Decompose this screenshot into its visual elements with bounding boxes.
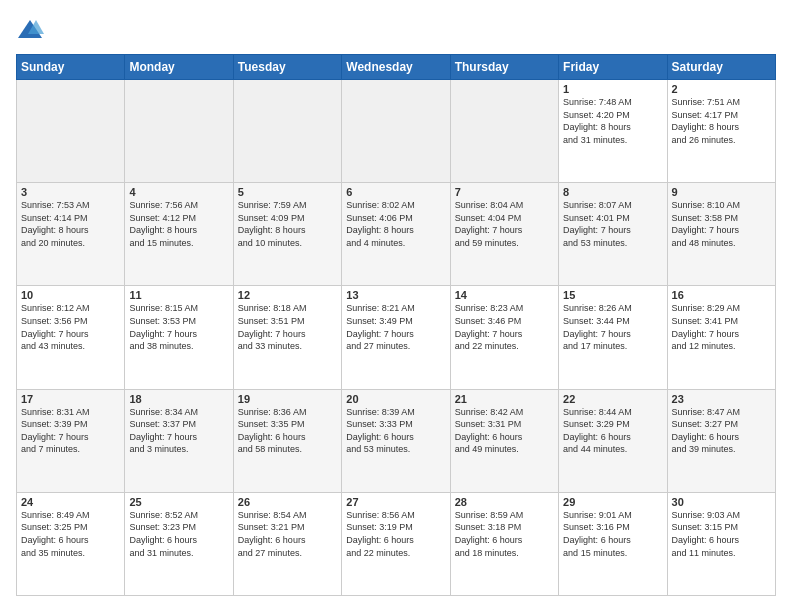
calendar-cell: 20Sunrise: 8:39 AM Sunset: 3:33 PM Dayli… xyxy=(342,389,450,492)
day-number: 24 xyxy=(21,496,120,508)
calendar-cell: 21Sunrise: 8:42 AM Sunset: 3:31 PM Dayli… xyxy=(450,389,558,492)
calendar-cell: 23Sunrise: 8:47 AM Sunset: 3:27 PM Dayli… xyxy=(667,389,775,492)
day-info: Sunrise: 8:15 AM Sunset: 3:53 PM Dayligh… xyxy=(129,302,228,352)
calendar-week-row: 10Sunrise: 8:12 AM Sunset: 3:56 PM Dayli… xyxy=(17,286,776,389)
calendar-cell: 7Sunrise: 8:04 AM Sunset: 4:04 PM Daylig… xyxy=(450,183,558,286)
col-monday: Monday xyxy=(125,55,233,80)
calendar-cell: 12Sunrise: 8:18 AM Sunset: 3:51 PM Dayli… xyxy=(233,286,341,389)
col-sunday: Sunday xyxy=(17,55,125,80)
calendar-week-row: 3Sunrise: 7:53 AM Sunset: 4:14 PM Daylig… xyxy=(17,183,776,286)
col-wednesday: Wednesday xyxy=(342,55,450,80)
calendar-cell: 22Sunrise: 8:44 AM Sunset: 3:29 PM Dayli… xyxy=(559,389,667,492)
day-number: 1 xyxy=(563,83,662,95)
calendar-cell xyxy=(450,80,558,183)
day-info: Sunrise: 8:23 AM Sunset: 3:46 PM Dayligh… xyxy=(455,302,554,352)
calendar-cell: 18Sunrise: 8:34 AM Sunset: 3:37 PM Dayli… xyxy=(125,389,233,492)
day-info: Sunrise: 8:10 AM Sunset: 3:58 PM Dayligh… xyxy=(672,199,771,249)
calendar-cell: 24Sunrise: 8:49 AM Sunset: 3:25 PM Dayli… xyxy=(17,492,125,595)
calendar-week-row: 1Sunrise: 7:48 AM Sunset: 4:20 PM Daylig… xyxy=(17,80,776,183)
day-number: 30 xyxy=(672,496,771,508)
day-info: Sunrise: 8:04 AM Sunset: 4:04 PM Dayligh… xyxy=(455,199,554,249)
day-info: Sunrise: 8:31 AM Sunset: 3:39 PM Dayligh… xyxy=(21,406,120,456)
day-number: 27 xyxy=(346,496,445,508)
calendar-cell: 14Sunrise: 8:23 AM Sunset: 3:46 PM Dayli… xyxy=(450,286,558,389)
day-number: 16 xyxy=(672,289,771,301)
day-info: Sunrise: 8:07 AM Sunset: 4:01 PM Dayligh… xyxy=(563,199,662,249)
day-number: 14 xyxy=(455,289,554,301)
day-info: Sunrise: 8:21 AM Sunset: 3:49 PM Dayligh… xyxy=(346,302,445,352)
logo xyxy=(16,16,48,44)
calendar-cell: 19Sunrise: 8:36 AM Sunset: 3:35 PM Dayli… xyxy=(233,389,341,492)
calendar-cell: 1Sunrise: 7:48 AM Sunset: 4:20 PM Daylig… xyxy=(559,80,667,183)
day-info: Sunrise: 8:34 AM Sunset: 3:37 PM Dayligh… xyxy=(129,406,228,456)
day-info: Sunrise: 8:56 AM Sunset: 3:19 PM Dayligh… xyxy=(346,509,445,559)
calendar-cell xyxy=(342,80,450,183)
calendar-cell xyxy=(233,80,341,183)
calendar-cell: 25Sunrise: 8:52 AM Sunset: 3:23 PM Dayli… xyxy=(125,492,233,595)
day-number: 4 xyxy=(129,186,228,198)
calendar-cell: 6Sunrise: 8:02 AM Sunset: 4:06 PM Daylig… xyxy=(342,183,450,286)
calendar-cell: 27Sunrise: 8:56 AM Sunset: 3:19 PM Dayli… xyxy=(342,492,450,595)
calendar-cell: 26Sunrise: 8:54 AM Sunset: 3:21 PM Dayli… xyxy=(233,492,341,595)
calendar-cell: 11Sunrise: 8:15 AM Sunset: 3:53 PM Dayli… xyxy=(125,286,233,389)
day-info: Sunrise: 8:42 AM Sunset: 3:31 PM Dayligh… xyxy=(455,406,554,456)
calendar-cell: 17Sunrise: 8:31 AM Sunset: 3:39 PM Dayli… xyxy=(17,389,125,492)
day-info: Sunrise: 8:39 AM Sunset: 3:33 PM Dayligh… xyxy=(346,406,445,456)
calendar-table: Sunday Monday Tuesday Wednesday Thursday… xyxy=(16,54,776,596)
day-number: 8 xyxy=(563,186,662,198)
calendar-cell: 5Sunrise: 7:59 AM Sunset: 4:09 PM Daylig… xyxy=(233,183,341,286)
page-header xyxy=(16,16,776,44)
col-saturday: Saturday xyxy=(667,55,775,80)
calendar-page: Sunday Monday Tuesday Wednesday Thursday… xyxy=(0,0,792,612)
day-info: Sunrise: 7:56 AM Sunset: 4:12 PM Dayligh… xyxy=(129,199,228,249)
calendar-cell: 15Sunrise: 8:26 AM Sunset: 3:44 PM Dayli… xyxy=(559,286,667,389)
day-info: Sunrise: 7:48 AM Sunset: 4:20 PM Dayligh… xyxy=(563,96,662,146)
day-number: 20 xyxy=(346,393,445,405)
day-number: 19 xyxy=(238,393,337,405)
day-number: 25 xyxy=(129,496,228,508)
day-number: 2 xyxy=(672,83,771,95)
calendar-header-row: Sunday Monday Tuesday Wednesday Thursday… xyxy=(17,55,776,80)
calendar-cell xyxy=(17,80,125,183)
day-info: Sunrise: 8:02 AM Sunset: 4:06 PM Dayligh… xyxy=(346,199,445,249)
day-info: Sunrise: 8:59 AM Sunset: 3:18 PM Dayligh… xyxy=(455,509,554,559)
day-info: Sunrise: 8:54 AM Sunset: 3:21 PM Dayligh… xyxy=(238,509,337,559)
day-info: Sunrise: 7:51 AM Sunset: 4:17 PM Dayligh… xyxy=(672,96,771,146)
calendar-week-row: 17Sunrise: 8:31 AM Sunset: 3:39 PM Dayli… xyxy=(17,389,776,492)
day-info: Sunrise: 8:52 AM Sunset: 3:23 PM Dayligh… xyxy=(129,509,228,559)
col-friday: Friday xyxy=(559,55,667,80)
day-info: Sunrise: 8:12 AM Sunset: 3:56 PM Dayligh… xyxy=(21,302,120,352)
calendar-cell: 16Sunrise: 8:29 AM Sunset: 3:41 PM Dayli… xyxy=(667,286,775,389)
day-number: 17 xyxy=(21,393,120,405)
day-info: Sunrise: 8:26 AM Sunset: 3:44 PM Dayligh… xyxy=(563,302,662,352)
col-tuesday: Tuesday xyxy=(233,55,341,80)
day-number: 23 xyxy=(672,393,771,405)
day-number: 18 xyxy=(129,393,228,405)
day-number: 11 xyxy=(129,289,228,301)
calendar-cell: 4Sunrise: 7:56 AM Sunset: 4:12 PM Daylig… xyxy=(125,183,233,286)
calendar-cell: 30Sunrise: 9:03 AM Sunset: 3:15 PM Dayli… xyxy=(667,492,775,595)
day-info: Sunrise: 9:01 AM Sunset: 3:16 PM Dayligh… xyxy=(563,509,662,559)
day-info: Sunrise: 8:36 AM Sunset: 3:35 PM Dayligh… xyxy=(238,406,337,456)
calendar-cell: 2Sunrise: 7:51 AM Sunset: 4:17 PM Daylig… xyxy=(667,80,775,183)
calendar-cell: 3Sunrise: 7:53 AM Sunset: 4:14 PM Daylig… xyxy=(17,183,125,286)
day-info: Sunrise: 8:29 AM Sunset: 3:41 PM Dayligh… xyxy=(672,302,771,352)
calendar-cell: 28Sunrise: 8:59 AM Sunset: 3:18 PM Dayli… xyxy=(450,492,558,595)
logo-icon xyxy=(16,16,44,44)
day-number: 22 xyxy=(563,393,662,405)
day-number: 7 xyxy=(455,186,554,198)
day-number: 15 xyxy=(563,289,662,301)
day-info: Sunrise: 8:47 AM Sunset: 3:27 PM Dayligh… xyxy=(672,406,771,456)
day-number: 12 xyxy=(238,289,337,301)
day-number: 6 xyxy=(346,186,445,198)
calendar-cell: 9Sunrise: 8:10 AM Sunset: 3:58 PM Daylig… xyxy=(667,183,775,286)
day-info: Sunrise: 8:44 AM Sunset: 3:29 PM Dayligh… xyxy=(563,406,662,456)
day-number: 9 xyxy=(672,186,771,198)
day-info: Sunrise: 7:53 AM Sunset: 4:14 PM Dayligh… xyxy=(21,199,120,249)
day-number: 21 xyxy=(455,393,554,405)
col-thursday: Thursday xyxy=(450,55,558,80)
day-info: Sunrise: 9:03 AM Sunset: 3:15 PM Dayligh… xyxy=(672,509,771,559)
day-number: 13 xyxy=(346,289,445,301)
day-number: 28 xyxy=(455,496,554,508)
day-number: 10 xyxy=(21,289,120,301)
